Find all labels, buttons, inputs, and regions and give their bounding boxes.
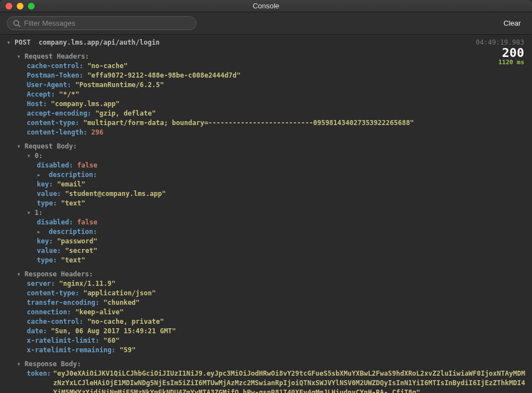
header-value: "company.lms.app" (51, 100, 119, 108)
header-row: transfer-encoding: "chunked" (27, 298, 526, 308)
header-key: content-length: (27, 128, 87, 136)
field-value: "email" (57, 180, 85, 188)
field-key: value: (37, 247, 61, 255)
field-value: "password" (57, 237, 97, 245)
field-value: "student@company.lms.app" (65, 190, 166, 198)
field-value: "secret" (65, 247, 98, 255)
request-headers-section: ▾Request Headers: cache-control: "no-cac… (17, 52, 526, 137)
field-key: type: (37, 199, 57, 207)
header-key: accept-encoding: (27, 109, 92, 117)
field-value: false (77, 218, 97, 226)
response-duration: 1120 ms (499, 57, 524, 67)
header-row: accept-encoding: "gzip, deflate" (27, 109, 526, 118)
clear-button[interactable]: Clear (499, 17, 525, 30)
header-key: server: (27, 280, 55, 287)
header-key: x-ratelimit-remaining: (27, 346, 116, 354)
header-value: "*/*" (59, 90, 79, 98)
log-entry: ▾ POST company.lms.app/api/auth/login 04… (7, 38, 526, 393)
header-row: x-ratelimit-remaining: "59" (27, 346, 526, 355)
search-icon (13, 20, 21, 27)
chevron-right-icon[interactable]: ▸ (37, 170, 42, 180)
section-title: Response Headers: (25, 270, 93, 279)
header-row: connection: "keep-alive" (27, 308, 526, 317)
header-key: Accept: (27, 90, 55, 98)
header-row: cache-control: "no-cache" (27, 61, 526, 71)
request-url: company.lms.app/api/auth/login (39, 38, 160, 47)
section-title: Request Body: (25, 142, 77, 151)
header-value: "chunked" (103, 299, 140, 306)
field-key: disabled: (37, 218, 73, 226)
chevron-down-icon[interactable]: ▾ (17, 270, 22, 279)
header-value: "gzip, deflate" (95, 109, 156, 117)
header-row: content-type: "multipart/form-data; boun… (27, 118, 526, 128)
header-value: "no-cache" (87, 62, 127, 70)
section-title: Response Body: (25, 360, 81, 369)
header-value: "Sun, 06 Aug 2017 15:49:21 GMT" (51, 327, 176, 335)
request-body-section: ▾Request Body: ▾0: disabled: false ▸ des… (17, 142, 526, 265)
header-row: x-ratelimit-limit: "60" (27, 336, 526, 346)
header-row: cache-control: "no-cache, private" (27, 317, 526, 327)
header-key: date: (27, 327, 47, 335)
header-value: "application/json" (83, 289, 156, 297)
header-key: connection: (27, 308, 71, 316)
token-key: token: (27, 369, 51, 393)
body-item: ▾0: disabled: false ▸ description: key: … (27, 151, 526, 208)
header-key: content-type: (27, 119, 79, 127)
header-value: "no-cache, private" (87, 318, 164, 325)
status-code: 200 (499, 48, 524, 57)
header-key: cache-control: (27, 318, 83, 325)
field-value: false (77, 161, 97, 169)
console-toolbar: Clear (0, 12, 532, 35)
body-index: 1: (35, 208, 42, 218)
field-value: "text" (61, 199, 85, 207)
section-title: Request Headers: (25, 52, 89, 61)
window-titlebar: Console (0, 0, 532, 12)
svg-line-1 (18, 25, 21, 27)
filter-input[interactable] (24, 19, 190, 27)
response-body-section: ▾Response Body: token: "eyJ0eXAiOiJKV1Qi… (17, 360, 526, 393)
header-key: Postman-Token: (27, 71, 83, 79)
header-value: "60" (103, 337, 119, 344)
token-value: "eyJ0eXAiOiJKV1QiLCJhbGciOiJIUzI1NiJ9.ey… (53, 369, 526, 393)
field-value: "text" (61, 256, 85, 264)
field-key: key: (37, 180, 53, 188)
field-key: key: (37, 237, 53, 245)
svg-point-0 (14, 20, 19, 25)
filter-field-wrap[interactable] (7, 16, 196, 30)
chevron-down-icon[interactable]: ▾ (17, 52, 22, 61)
header-value: 296 (92, 128, 104, 136)
chevron-down-icon[interactable]: ▾ (17, 360, 22, 369)
field-key: type: (37, 256, 57, 264)
http-method: POST (15, 38, 31, 47)
field-key: description: (49, 228, 97, 236)
header-value: "nginx/1.11.9" (59, 280, 116, 287)
header-key: Host: (27, 100, 47, 108)
header-row: Accept: "*/*" (27, 90, 526, 99)
header-row: server: "nginx/1.11.9" (27, 279, 526, 289)
header-row: Postman-Token: "effa9072-9212-488e-98be-… (27, 71, 526, 80)
header-key: transfer-encoding: (27, 299, 99, 306)
header-value: "multipart/form-data; boundary=---------… (83, 119, 414, 127)
chevron-down-icon[interactable]: ▾ (7, 38, 12, 47)
header-value: "keep-alive" (75, 308, 124, 316)
header-row: date: "Sun, 06 Aug 2017 15:49:21 GMT" (27, 327, 526, 336)
response-headers-section: ▾Response Headers: server: "nginx/1.11.9… (17, 270, 526, 355)
field-key: value: (37, 190, 61, 198)
header-key: cache-control: (27, 62, 83, 70)
header-value: "59" (119, 346, 136, 354)
console-log-area[interactable]: ▾ POST company.lms.app/api/auth/login 04… (0, 35, 532, 393)
window-title: Console (0, 2, 532, 10)
chevron-right-icon[interactable]: ▸ (37, 227, 42, 237)
header-row: Host: "company.lms.app" (27, 99, 526, 109)
header-row: content-type: "application/json" (27, 289, 526, 298)
chevron-down-icon[interactable]: ▾ (27, 208, 32, 218)
response-status: 200 1120 ms (499, 48, 524, 67)
body-item: ▾1: disabled: false ▸ description: key: … (27, 208, 526, 265)
header-row: User-Agent: "PostmanRuntime/6.2.5" (27, 80, 526, 90)
header-key: content-type: (27, 289, 79, 297)
header-value: "PostmanRuntime/6.2.5" (75, 81, 164, 89)
header-key: User-Agent: (27, 81, 71, 89)
header-value: "effa9072-9212-488e-98be-c008e2444d7d" (87, 71, 241, 79)
chevron-down-icon[interactable]: ▾ (17, 142, 22, 151)
chevron-down-icon[interactable]: ▾ (27, 151, 32, 161)
